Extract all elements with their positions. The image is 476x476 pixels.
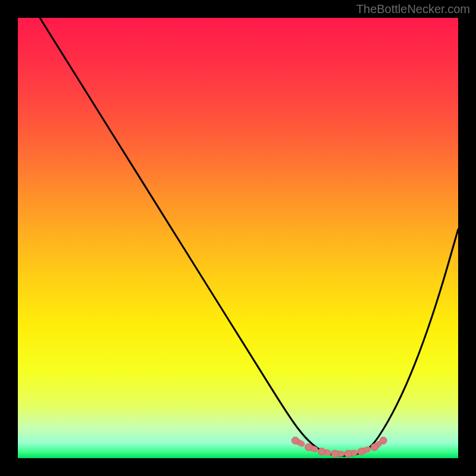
marker-dot — [371, 444, 378, 451]
marker-dot — [292, 437, 299, 444]
marker-dot — [318, 448, 325, 455]
marker-dot — [305, 444, 312, 451]
watermark-text: TheBottleNecker.com — [356, 2, 470, 16]
curve-layer — [18, 18, 458, 458]
marker-dot — [380, 437, 387, 444]
marker-dot — [345, 450, 352, 458]
bottleneck-curve — [40, 18, 458, 456]
marker-group — [292, 437, 387, 457]
marker-dot — [331, 450, 339, 458]
marker-dot — [358, 448, 365, 455]
chart-container: TheBottleNecker.com — [0, 0, 476, 476]
plot-area — [18, 18, 458, 458]
